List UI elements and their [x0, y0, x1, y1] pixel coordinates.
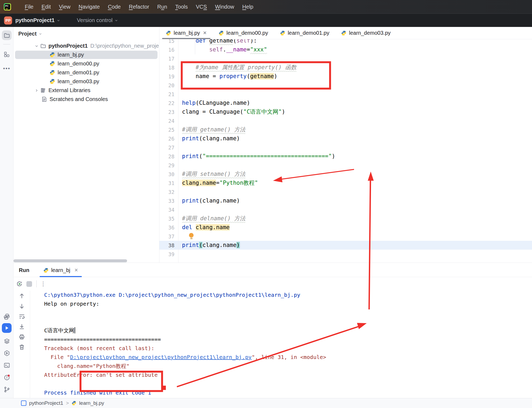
code-text: #调用 getname() 方法 — [178, 125, 246, 134]
rerun-icon[interactable] — [16, 281, 23, 287]
run-console-tab[interactable]: learn_bj ✕ — [40, 264, 82, 277]
editor-tab-learn_demo00-py[interactable]: learn_demo00.py — [213, 27, 274, 39]
menu-item-view[interactable]: View — [55, 0, 75, 13]
project-tree: pythonProject1D:\project\python_new_proj… — [13, 41, 159, 104]
code-line-26[interactable]: 26print(clang.name) — [159, 134, 532, 143]
console-output[interactable]: C:\python37\python.exe D:\project\python… — [30, 291, 532, 398]
code-line-36[interactable]: 36del clang.name — [159, 223, 532, 232]
editor-tab-label: learn_demo03.py — [349, 30, 391, 36]
print-icon[interactable] — [19, 334, 25, 340]
line-number: 34 — [159, 207, 178, 213]
python-file-icon — [43, 268, 49, 273]
code-line-19[interactable]: 19 name = property(getname) — [159, 72, 532, 81]
python-file-icon — [280, 30, 285, 36]
code-line-37[interactable]: 37 — [159, 232, 532, 241]
tree-item-external-libraries[interactable]: External Libraries — [13, 86, 159, 95]
code-line-28[interactable]: 28print("===============================… — [159, 152, 532, 161]
code-line-24[interactable]: 24 — [159, 116, 532, 125]
stop-icon[interactable] — [26, 281, 32, 287]
code-line-17[interactable]: 17 — [159, 54, 532, 63]
menu-item-refactor[interactable]: Refactor — [125, 0, 153, 13]
code-line-38[interactable]: 38print(clang.name) — [159, 241, 532, 250]
menu-item-navigate[interactable]: Navigate — [75, 0, 104, 13]
tree-item-learn-bj-py[interactable]: learn_bj.py — [13, 50, 159, 59]
code-line-20[interactable]: 20 — [159, 81, 532, 90]
code-line-22[interactable]: 22help(CLanguage.name) — [159, 99, 532, 107]
run-toolbar: ⋮ — [13, 277, 46, 291]
intention-bulb-icon[interactable] — [188, 233, 194, 240]
code-line-31[interactable]: 31clang.name="Python教程" — [159, 179, 532, 187]
horizontal-scrollbar[interactable] — [13, 259, 127, 262]
tree-item-label: External Libraries — [48, 87, 90, 93]
code-line-21[interactable]: 21 — [159, 90, 532, 99]
run-play-icon — [4, 325, 10, 331]
breadcrumb-file[interactable]: learn_bj.py — [79, 400, 104, 406]
tree-item-pythonproject1[interactable]: pythonProject1D:\project\python_new_proj… — [13, 41, 159, 50]
editor-tab-label: learn_demo01.py — [288, 30, 330, 36]
code-line-16[interactable]: 16 self.__name="xxx" — [159, 45, 532, 54]
tree-item-learn-demo03-py[interactable]: learn_demo03.py — [13, 77, 159, 86]
python-file-icon — [166, 30, 171, 36]
console-line: clang.name="Python教程" — [44, 362, 532, 371]
close-icon[interactable]: ✕ — [74, 267, 78, 273]
chevron-down-icon — [38, 32, 42, 36]
editor-body[interactable]: 15 def getname(self):16 self.__name="xxx… — [159, 39, 532, 263]
menu-item-edit[interactable]: Edit — [37, 0, 55, 13]
chevron-down-icon — [34, 44, 39, 48]
menu-item-file[interactable]: File — [21, 0, 37, 13]
code-line-15[interactable]: 15 def getname(self): — [159, 39, 532, 45]
services-button[interactable] — [2, 336, 12, 346]
breadcrumb-project[interactable]: pythonProject1 — [29, 400, 63, 406]
editor-tab-learn_bj-py[interactable]: learn_bj.py✕ — [160, 27, 213, 39]
soft-wrap-icon[interactable] — [19, 313, 25, 320]
code-line-23[interactable]: 23clang = CLanguage("C语言中文网") — [159, 107, 532, 116]
problems-button[interactable] — [2, 372, 12, 382]
code-line-34[interactable]: 34 — [159, 205, 532, 214]
editor-tab-learn_demo03-py[interactable]: learn_demo03.py — [335, 27, 397, 39]
editor-tab-learn_demo01-py[interactable]: learn_demo01.py — [274, 27, 335, 39]
library-icon — [40, 88, 46, 93]
code-line-18[interactable]: 18 #为name 属性配置 property() 函数 — [159, 63, 532, 72]
menu-item-window[interactable]: Window — [211, 0, 238, 13]
structure-icon — [4, 51, 10, 57]
tree-item-label: learn_demo03.py — [58, 78, 99, 85]
clear-console-icon[interactable] — [19, 344, 25, 350]
console-line: C:\python37\python.exe D:\project\python… — [44, 291, 532, 299]
menu-item-vcs[interactable]: VCS — [192, 0, 211, 13]
version-control-button[interactable] — [2, 385, 12, 394]
version-control-selector[interactable]: Version control — [77, 17, 113, 23]
code-line-35[interactable]: 35#调用 delname() 方法 — [159, 214, 532, 223]
project-panel-header[interactable]: Project — [18, 31, 42, 37]
close-icon[interactable]: ✕ — [203, 30, 207, 36]
code-line-27[interactable]: 27 — [159, 143, 532, 152]
tree-item-learn-demo00-py[interactable]: learn_demo00.py — [13, 59, 159, 68]
code-line-30[interactable]: 30#调用 setname() 方法 — [159, 170, 532, 179]
python-packages-button[interactable] — [2, 312, 12, 322]
tree-item-scratches-and-consoles[interactable]: Scratches and Consoles — [13, 95, 159, 104]
code-line-32[interactable]: 32 — [159, 187, 532, 196]
more-tool-windows-button[interactable]: ••• — [2, 64, 12, 73]
run-tool-button[interactable] — [2, 323, 12, 333]
menu-item-tools[interactable]: Tools — [171, 0, 192, 13]
line-number: 19 — [159, 74, 178, 79]
divider — [3, 44, 10, 44]
menu-item-run[interactable]: Run — [153, 0, 171, 13]
stacktrace-link[interactable]: D:\project\python_new_project\pythonProj… — [70, 354, 251, 360]
main-toolbar: PP pythonProject1 Version control — [0, 13, 532, 27]
up-arrow-icon[interactable] — [19, 293, 25, 299]
code-line-33[interactable]: 33print(clang.name) — [159, 196, 532, 205]
more-options-icon[interactable]: ⋮ — [40, 281, 46, 287]
code-line-39[interactable]: 39 — [159, 250, 532, 259]
project-tool-button[interactable] — [2, 30, 12, 40]
python-console-button[interactable] — [2, 348, 12, 358]
menu-item-help[interactable]: Help — [238, 0, 257, 13]
code-line-25[interactable]: 25#调用 getname() 方法 — [159, 125, 532, 134]
terminal-button[interactable] — [2, 360, 12, 370]
down-arrow-icon[interactable] — [19, 303, 25, 309]
tree-item-learn-demo01-py[interactable]: learn_demo01.py — [13, 68, 159, 77]
structure-tool-button[interactable] — [2, 50, 12, 59]
scroll-to-end-icon[interactable] — [19, 323, 25, 330]
menu-item-code[interactable]: Code — [104, 0, 125, 13]
project-selector[interactable]: pythonProject1 — [15, 17, 55, 23]
code-line-29[interactable]: 29 — [159, 161, 532, 170]
